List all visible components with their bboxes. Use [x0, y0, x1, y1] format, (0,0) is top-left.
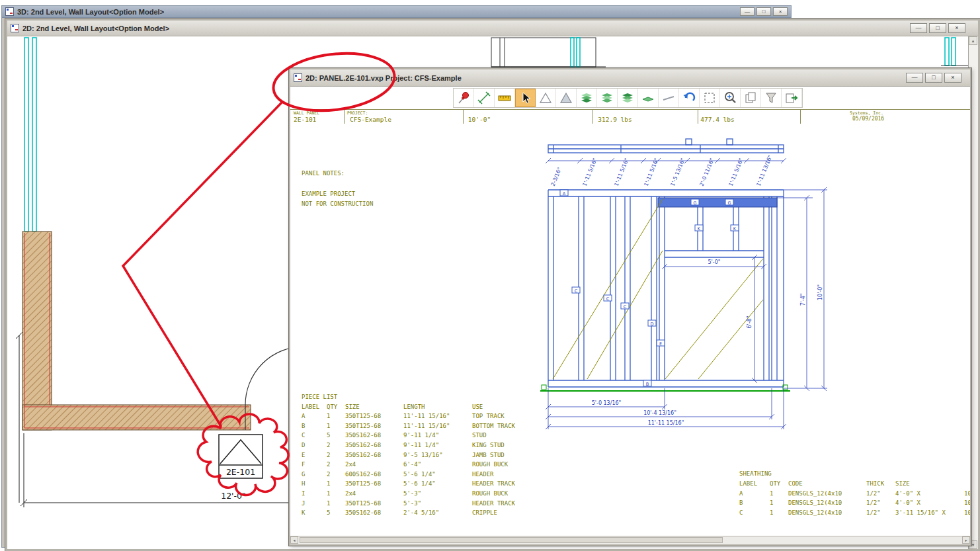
window-panel-minimize-button[interactable]: —	[906, 73, 923, 83]
panel-weight-value: 312.9 lbs	[582, 116, 648, 123]
triangle-fill-icon	[559, 91, 573, 105]
marquee-icon	[702, 91, 717, 105]
panel-horizontal-scrollbar[interactable]: ◄ ►	[290, 536, 970, 544]
svg-text:K: K	[698, 226, 701, 232]
company-label: Systems, Inc.	[850, 110, 883, 116]
piece-list-row: K5350S162-682'-4 5/16"CRIPPLE	[302, 508, 515, 518]
project-value: CFS-Example	[350, 116, 391, 123]
layer-flat-icon	[641, 91, 655, 105]
svg-text:2'-0 11/16": 2'-0 11/16"	[699, 157, 715, 187]
line-icon	[661, 91, 676, 105]
sheathing-row: C1DENSGLS_12(4x101/2"3'-11 15/16" X10'-0…	[739, 508, 970, 518]
window-3d-icon	[5, 7, 14, 16]
copy-icon	[743, 91, 758, 105]
filter-tool-button[interactable]	[761, 89, 782, 107]
panel-notes-line1: EXAMPLE PROJECT	[302, 191, 355, 197]
panel-notes-line2: NOT FOR CONSTRUCTION	[302, 200, 373, 207]
undo-tool-button[interactable]	[679, 89, 700, 107]
select-tool-button[interactable]	[515, 89, 536, 107]
svg-text:10'-4 13/16": 10'-4 13/16"	[643, 410, 676, 416]
layers-a-tool-button[interactable]	[577, 89, 597, 107]
panel-toolbar	[290, 87, 970, 109]
dimension-texts: 2-3/16" 1'-11 5/16" 1'-11 5/16" 1'-11 5/…	[550, 154, 823, 426]
marquee-tool-button[interactable]	[700, 89, 720, 107]
piece-list-row: C5350S162-689'-11 1/4"STUD	[302, 431, 515, 441]
window-3d-titlebar[interactable]: 3D: 2nd Level, Wall Layout<Option Model>…	[2, 6, 791, 18]
piece-list: PIECE LIST LABELQTYSIZELENGTHUSE A1350T1…	[302, 392, 515, 518]
panel-height-value: 10'-0"	[446, 116, 512, 123]
piece-list-row: A1350T125-6811'-11 15/16"TOP TRACK	[302, 411, 515, 421]
svg-text:1'-11 5/16": 1'-11 5/16"	[728, 157, 745, 187]
triangle-tool-button[interactable]	[536, 89, 556, 107]
layer-flat-tool-button[interactable]	[638, 89, 659, 107]
cursor-icon	[518, 91, 533, 105]
window-3d-minimize-button[interactable]: —	[740, 7, 755, 16]
window-panel-icon	[294, 73, 302, 82]
scroll-left-icon[interactable]: ◄	[290, 536, 298, 544]
triangle-icon	[538, 91, 553, 105]
line-tool-button[interactable]	[659, 89, 679, 107]
dimension-tool-button[interactable]	[474, 89, 495, 107]
ruler-tool-button[interactable]	[495, 89, 515, 107]
window-2d-close-button[interactable]: ×	[948, 23, 965, 33]
piece-list-row: F22x46'-4"ROUGH BUCK	[302, 460, 515, 470]
svg-text:B: B	[646, 382, 649, 387]
project-label: PROJECT:	[347, 110, 368, 116]
copy-tool-button[interactable]	[741, 89, 761, 107]
window-2d-titlebar[interactable]: 2D: 2nd Level, Wall Layout<Option Model>…	[7, 21, 978, 36]
window-panel-close-button[interactable]: ×	[944, 73, 961, 83]
window-3d-close-button[interactable]: ×	[773, 7, 788, 16]
svg-text:G: G	[693, 200, 696, 206]
svg-text:2-3/16": 2-3/16"	[550, 167, 563, 187]
sheathing-header-row: LABELQTYCODETHICKSIZE	[739, 479, 970, 489]
zoom-tool-button[interactable]	[720, 89, 741, 107]
piece-list-row: B1350T125-6811'-11 15/16"BOTTOM TRACK	[302, 421, 515, 431]
window-3d-restore-button[interactable]: □	[756, 7, 771, 16]
framing-members	[548, 190, 784, 387]
piece-list-row: J1350T125-685'-3"HEADER TRACK	[302, 499, 515, 509]
svg-text:G: G	[727, 200, 731, 206]
svg-text:D: D	[650, 321, 653, 327]
triangle-fill-tool-button[interactable]	[556, 89, 577, 107]
pin-icon	[456, 91, 471, 105]
dimension-icon	[477, 91, 491, 105]
panel-header-strip: WALL PANEL 2E-101 PROJECT: CFS-Example 1…	[290, 109, 970, 125]
layers-b-tool-button[interactable]	[597, 89, 618, 107]
window-2d-restore-button[interactable]: □	[929, 23, 946, 33]
baseline	[540, 385, 790, 391]
svg-text:10'-0": 10'-0"	[817, 284, 823, 300]
sheathing-title: SHEATHING	[739, 469, 970, 479]
layers-c-icon	[620, 91, 635, 105]
piece-list-header-row: LABELQTYSIZELENGTHUSE	[302, 402, 515, 412]
scroll-right-icon[interactable]: ►	[962, 536, 970, 544]
window-2d-title: 2D: 2nd Level, Wall Layout<Option Model>	[22, 24, 169, 32]
panel-drawing-canvas[interactable]: 2-3/16" 1'-11 5/16" 1'-11 5/16" 1'-11 5/…	[290, 124, 970, 538]
piece-list-title: PIECE LIST	[302, 392, 515, 402]
svg-text:1'-11 5/16": 1'-11 5/16"	[582, 157, 598, 187]
pin-tool-button[interactable]	[454, 89, 474, 107]
layers-a-icon	[579, 91, 594, 105]
zoom-icon	[723, 91, 737, 105]
undo-icon	[682, 91, 696, 105]
scroll-up-icon[interactable]: ▲	[969, 36, 977, 45]
wall-panel-label: WALL PANEL	[294, 110, 319, 116]
layers-b-icon	[600, 91, 614, 105]
date-value: 05/09/2016	[852, 116, 884, 122]
window-panel-titlebar[interactable]: 2D: PANEL.2E-101.vxp Project: CFS-Exampl…	[290, 69, 970, 87]
window-2d-icon	[11, 24, 19, 32]
svg-text:A: A	[563, 191, 566, 196]
track-plan-view	[548, 139, 784, 153]
svg-text:C: C	[624, 304, 627, 310]
header-member	[658, 198, 777, 207]
layers-c-tool-button[interactable]	[618, 89, 638, 107]
svg-text:1'-11 5/16": 1'-11 5/16"	[643, 157, 660, 187]
sheathing-row: B1DENSGLS_12(4x101/2"4'-0" X10'-0"	[739, 498, 970, 508]
window-panel-restore-button[interactable]: □	[925, 73, 942, 83]
scrollbar-thumb[interactable]	[300, 537, 723, 543]
window-2d-minimize-button[interactable]: —	[910, 23, 927, 33]
member-label-tags: A C C C D E G G K K B	[560, 190, 739, 387]
piece-list-row: G2600S162-685'-6 1/4"HEADER	[302, 470, 515, 480]
export-tool-button[interactable]	[782, 89, 802, 107]
application-desktop: 3D: 2nd Level, Wall Layout<Option Model>…	[0, 0, 980, 551]
plan-dim-text: 12'-0"	[221, 491, 246, 501]
